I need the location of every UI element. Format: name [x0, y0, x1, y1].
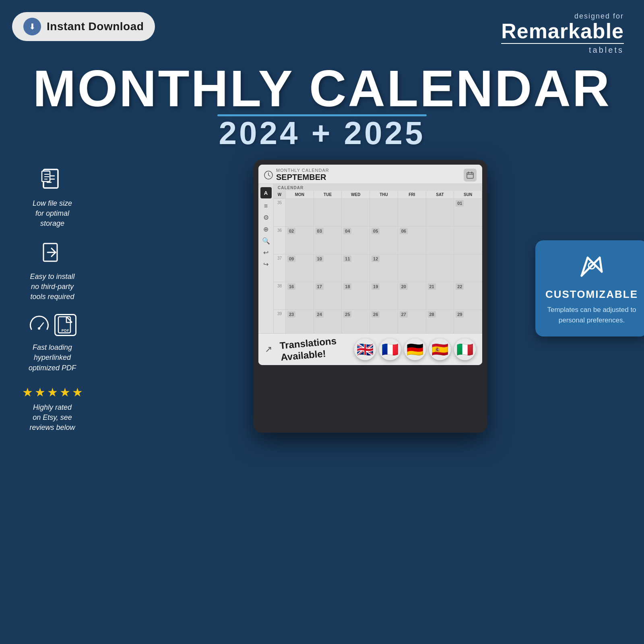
col-sun: SUN: [454, 191, 482, 198]
instant-download-badge: ⬇ Instant Download: [12, 12, 155, 41]
main-title-section: MONTHLY CALENDAR 2024 + 2025: [0, 55, 644, 156]
customizable-badge: CUSTOMIZABLE Templates can be adjusted t…: [535, 240, 644, 336]
sidebar-menu-icon[interactable]: ≡: [264, 202, 268, 210]
feature-file-size-text: Low file sizefor optimalstorage: [33, 198, 72, 229]
day-cell-empty3: [342, 199, 370, 226]
day-cell-10: 10: [314, 254, 342, 282]
translations-text: TranslationsAvailable!: [279, 335, 338, 363]
install-icon: [40, 241, 64, 268]
star-2: ★: [35, 385, 45, 399]
cal-month-label: MONTHLY CALENDAR: [276, 168, 329, 173]
cal-grid-header: W MON TUE WED THU FRI SAT SUN: [274, 191, 482, 198]
day-cell-05: 05: [370, 227, 398, 254]
day-cell-09: 09: [286, 254, 314, 282]
col-fri: FRI: [398, 191, 426, 198]
week-num-38: 38: [274, 282, 286, 310]
day-cell-03: 03: [314, 227, 342, 254]
day-cell-empty9: [426, 254, 454, 282]
week-row-35: 35 01: [274, 198, 482, 226]
day-cell-11: 11: [342, 254, 370, 282]
week-row-36: 36 02 03 04 05 06: [274, 226, 482, 254]
pdf-icon-box: PDF: [54, 314, 76, 336]
feature-reviews: ★ ★ ★ ★ ★ Highly ratedon Etsy, seereview…: [8, 385, 97, 433]
col-mon: MON: [286, 191, 314, 198]
cal-header: MONTHLY CALENDAR SEPTEMBER: [258, 165, 482, 184]
sidebar-icon-a[interactable]: A: [260, 187, 272, 198]
tablets-text: tablets: [501, 45, 624, 55]
day-cell-18: 18: [342, 282, 370, 310]
week-row-38: 38 16 17 18 19 20 21 22: [274, 282, 482, 310]
col-tue: TUE: [314, 191, 342, 198]
translations-section: ↗ TranslationsAvailable! 🇬🇧 🇫🇷 🇩🇪 🇪🇸 🇮🇹: [258, 333, 482, 365]
customizable-title: CUSTOMIZABLE: [545, 288, 638, 301]
feature-file-size: Low file sizefor optimalstorage: [8, 168, 97, 229]
day-cell-empty4: [370, 199, 398, 226]
col-sat: SAT: [426, 191, 454, 198]
col-wed: WED: [342, 191, 370, 198]
flag-fr: 🇫🇷: [379, 339, 401, 360]
instant-download-text: Instant Download: [47, 20, 144, 33]
cal-month-name: SEPTEMBER: [276, 173, 329, 182]
svg-rect-17: [467, 173, 473, 178]
features-panel: Low file sizefor optimalstorage Easy to …: [8, 160, 97, 433]
stars-container: ★ ★ ★ ★ ★: [22, 385, 83, 399]
sidebar-undo-icon[interactable]: ↩: [263, 249, 268, 256]
day-cell-empty8: [454, 227, 482, 254]
cal-header-left: MONTHLY CALENDAR SEPTEMBER: [264, 168, 329, 182]
feature-install-text: Easy to installno third-partytools requi…: [30, 272, 74, 302]
sidebar-zoom-icon[interactable]: 🔍: [262, 237, 270, 245]
day-cell-empty10: [454, 254, 482, 282]
week-num-35: 35: [274, 199, 286, 226]
feature-reviews-text: Highly ratedon Etsy, seereviews below: [29, 402, 75, 433]
remarkable-divider: [501, 43, 624, 44]
col-thu: THU: [370, 191, 398, 198]
star-4: ★: [60, 385, 70, 399]
feature-pdf: PDF Fast loadinghyperlinkedoptimized PDF: [8, 314, 97, 373]
day-cell-22: 22: [454, 282, 482, 310]
flag-it: 🇮🇹: [454, 339, 476, 360]
day-cell-06: 06: [398, 227, 426, 254]
day-cell-21: 21: [426, 282, 454, 310]
week-row-37: 37 09 10 11 12: [274, 254, 482, 282]
day-cell-empty2: [314, 199, 342, 226]
feature-pdf-text: Fast loadinghyperlinkedoptimized PDF: [29, 343, 76, 373]
cal-icon-btn[interactable]: [464, 169, 477, 182]
remarkable-title: Remarkable: [501, 21, 624, 41]
week-num-37: 37: [274, 254, 286, 282]
feature-install: Easy to installno third-partytools requi…: [8, 241, 97, 302]
customizable-icon: [545, 252, 638, 284]
svg-point-12: [38, 327, 40, 330]
download-icon: ⬇: [23, 18, 41, 35]
flag-de: 🇩🇪: [404, 339, 426, 360]
day-cell-empty7: [426, 227, 454, 254]
device-screen: MONTHLY CALENDAR SEPTEMBER: [258, 165, 482, 365]
day-cell-04: 04: [342, 227, 370, 254]
col-week: W: [274, 191, 286, 198]
star-5: ★: [72, 385, 83, 399]
sidebar-settings-icon[interactable]: ⚙: [263, 214, 269, 221]
star-3: ★: [47, 385, 58, 399]
svg-line-16: [268, 175, 270, 176]
cal-section-label: CALENDAR: [274, 184, 482, 191]
day-cell-13: [398, 254, 426, 282]
remarkable-branding: designed for Remarkable tablets: [501, 12, 624, 55]
day-cell-empty1: [286, 199, 314, 226]
device-frame: MONTHLY CALENDAR SEPTEMBER: [254, 160, 487, 433]
flag-es: 🇪🇸: [429, 339, 451, 360]
flag-icons: 🇬🇧 🇫🇷 🇩🇪 🇪🇸 🇮🇹: [354, 339, 476, 360]
day-cell-12: 12: [370, 254, 398, 282]
day-cell-20: 20: [398, 282, 426, 310]
day-cell-02: 02: [286, 227, 314, 254]
day-cell-16: 16: [286, 282, 314, 310]
speedometer-icon: [28, 314, 50, 339]
pdf-icon-row: PDF: [28, 314, 76, 339]
main-title-line2: 2024 + 2025: [0, 115, 644, 152]
day-cell-empty5: [398, 199, 426, 226]
sidebar-move-icon[interactable]: ⊕: [263, 225, 268, 233]
day-cell-19: 19: [370, 282, 398, 310]
week-num-36: 36: [274, 227, 286, 254]
day-cell-01: 01: [454, 199, 482, 226]
day-cell-17: 17: [314, 282, 342, 310]
sidebar-redo-icon[interactable]: ↪: [263, 260, 268, 268]
file-icon: [40, 168, 64, 195]
